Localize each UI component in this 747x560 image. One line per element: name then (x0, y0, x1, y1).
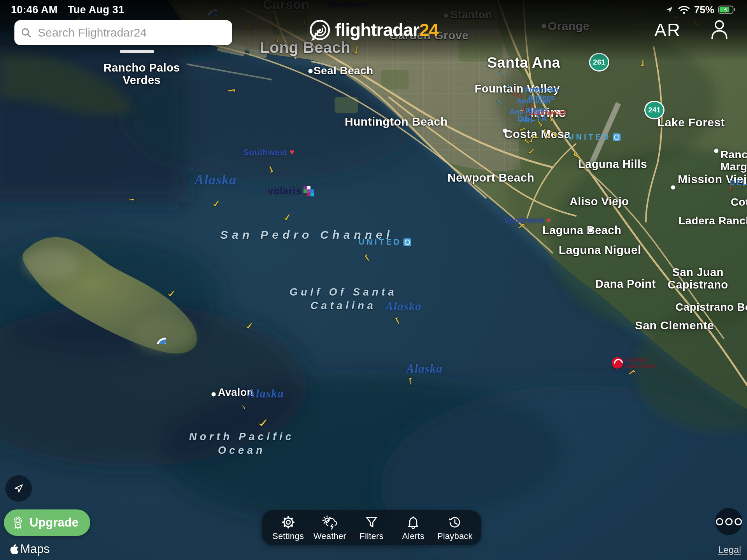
radar-icon (309, 19, 331, 41)
aircraft-icon[interactable] (573, 136, 600, 163)
aircraft-icon[interactable] (717, 179, 732, 193)
search-input[interactable] (37, 26, 226, 40)
toolbar-item-playback[interactable]: Playback (435, 514, 475, 541)
aircraft-icon[interactable] (395, 310, 419, 333)
status-time: 10:46 AM (11, 4, 58, 16)
toolbar-item-filters[interactable]: Filters (351, 514, 392, 541)
aircraft-icon[interactable] (365, 245, 389, 270)
flightradar24-logo: flightradar24 (309, 19, 438, 41)
weather-icon (322, 514, 338, 530)
playback-icon (447, 514, 463, 530)
aircraft-icon[interactable] (201, 183, 225, 206)
location-arrow-icon (12, 482, 25, 495)
more-options-icon (716, 518, 723, 525)
locate-me-button[interactable] (5, 475, 32, 502)
aircraft-icon[interactable] (731, 181, 747, 205)
panel-drag-handle[interactable] (120, 50, 154, 53)
search-icon (21, 27, 32, 38)
aircraft-icon[interactable] (261, 20, 283, 42)
toolbar-item-alerts[interactable]: Alerts (393, 514, 433, 541)
gear-icon (280, 514, 296, 530)
location-services-icon (665, 5, 674, 14)
apple-maps-attribution[interactable]: Maps (9, 542, 50, 556)
aircraft-icon[interactable] (245, 397, 275, 426)
aircraft-icon[interactable] (626, 49, 644, 66)
bell-icon (405, 514, 421, 530)
logo-wordmark: flightradar (335, 20, 419, 40)
search-bar[interactable] (14, 20, 232, 45)
aircraft-icon[interactable] (231, 401, 245, 415)
aircraft-layer (0, 0, 747, 560)
bottom-toolbar: Settings Weather Filters (262, 510, 481, 545)
account-button[interactable] (709, 18, 730, 43)
aircraft-icon[interactable] (250, 156, 273, 180)
status-date: Tue Aug 31 (68, 4, 124, 16)
aircraft-icon[interactable] (157, 272, 181, 296)
filter-icon (363, 514, 380, 530)
award-ribbon-icon (10, 515, 26, 530)
more-options-button[interactable] (715, 508, 742, 535)
battery-percent: 75% (694, 4, 714, 16)
wifi-icon (678, 5, 690, 14)
aircraft-icon[interactable] (218, 89, 238, 109)
apple-logo-icon (9, 543, 19, 555)
upgrade-label: Upgrade (30, 516, 79, 530)
aircraft-icon[interactable] (272, 197, 295, 220)
aircraft-icon[interactable] (234, 304, 258, 328)
aircraft-icon[interactable] (552, 121, 567, 136)
legal-link[interactable]: Legal (718, 544, 741, 555)
aircraft-icon[interactable] (409, 376, 428, 395)
upgrade-button[interactable]: Upgrade (4, 509, 90, 536)
maps-label: Maps (20, 542, 50, 556)
flightradar24-app: CarsonLong BeachStantonOrangeGarden Grov… (0, 0, 747, 560)
user-icon (709, 18, 730, 41)
battery-icon (718, 5, 736, 14)
ar-button[interactable]: AR (654, 19, 681, 40)
status-bar: 10:46 AM Tue Aug 31 75% (0, 0, 747, 17)
logo-24: 24 (419, 20, 438, 40)
aircraft-icon[interactable] (122, 199, 135, 213)
aircraft-icon[interactable] (621, 370, 645, 394)
aircraft-icon[interactable] (510, 224, 535, 248)
toolbar-item-settings[interactable]: Settings (268, 514, 309, 541)
toolbar-item-weather[interactable]: Weather (310, 514, 350, 541)
